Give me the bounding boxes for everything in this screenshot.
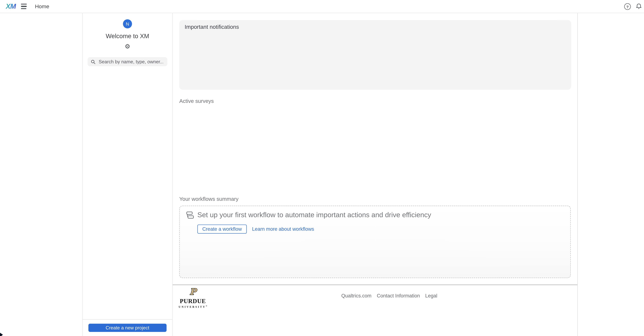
create-workflow-button[interactable]: Create a workflow — [198, 224, 247, 234]
purdue-p-mark: P — [187, 287, 199, 297]
sidebar-footer: Create a new project — [83, 319, 172, 336]
footer-links: Qualtrics.com Contact Information Legal — [341, 293, 437, 299]
workflow-icon — [186, 211, 194, 219]
main-content: Important notifications Active surveys Y… — [173, 13, 578, 336]
purdue-name: PURDUE — [178, 298, 207, 304]
footer-link-qualtrics[interactable]: Qualtrics.com — [341, 293, 372, 299]
svg-text:P: P — [190, 287, 197, 297]
important-notifications-panel: Important notifications — [179, 20, 571, 90]
learn-more-workflows-link[interactable]: Learn more about workflows — [252, 226, 314, 232]
mouse-cursor-artifact — [0, 333, 3, 336]
search-icon — [91, 60, 95, 64]
registered-mark: ® — [206, 305, 207, 307]
active-surveys-title: Active surveys — [179, 98, 214, 104]
topbar: XM Home ? — [0, 0, 644, 13]
create-new-project-button[interactable]: Create a new project — [88, 324, 166, 332]
bell-icon[interactable] — [635, 3, 642, 10]
xm-logo[interactable]: XM — [6, 2, 16, 11]
notifications-title: Important notifications — [184, 24, 566, 30]
qualtrics-home-page: XM Home ? N Welcome to XM ⚙ Create a new… — [0, 0, 644, 336]
hamburger-icon[interactable] — [21, 4, 27, 9]
purdue-logo: P PURDUE UNIVERSITY® — [178, 287, 207, 308]
welcome-heading: Welcome to XM — [83, 32, 172, 40]
purdue-subtitle: UNIVERSITY® — [178, 305, 207, 308]
footer-link-contact[interactable]: Contact Information — [377, 293, 420, 299]
workflows-headline: Set up your first workflow to automate i… — [198, 211, 431, 219]
page-title: Home — [35, 0, 49, 13]
avatar[interactable]: N — [123, 19, 132, 28]
search-input[interactable] — [98, 59, 164, 65]
workflows-actions: Create a workflow Learn more about workf… — [198, 224, 314, 234]
help-glyph: ? — [626, 4, 629, 9]
search-box[interactable] — [88, 57, 167, 66]
avatar-initial: N — [126, 22, 129, 26]
footer-link-legal[interactable]: Legal — [425, 293, 437, 299]
workflows-summary-title: Your workflows summary — [179, 196, 238, 202]
workflows-empty-state: Set up your first workflow to automate i… — [179, 206, 571, 278]
sidebar: N Welcome to XM ⚙ Create a new project — [82, 13, 173, 336]
help-icon[interactable]: ? — [624, 3, 631, 10]
footer-divider — [173, 285, 578, 285]
gear-icon[interactable]: ⚙ — [83, 43, 172, 50]
